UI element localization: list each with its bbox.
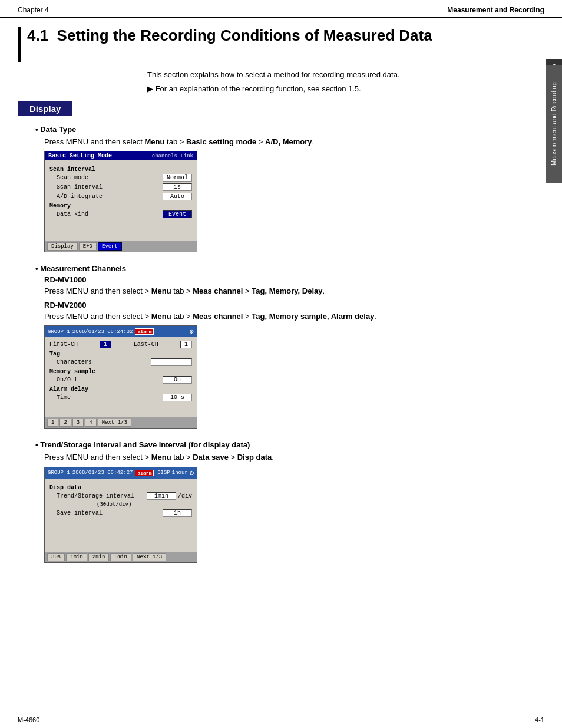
screen-meas-channel: GROUP 1 2008/01/23 06:24:32 alarm ⚙ Firs…	[44, 325, 197, 429]
bullet-trend-interval: Trend/Storage interval and Save interval…	[18, 440, 544, 563]
screen1-btn-display[interactable]: Display	[47, 242, 78, 251]
bullet3-title: Trend/Storage interval and Save interval…	[35, 440, 544, 449]
side-tab-label: Measurement and Recording	[546, 65, 562, 183]
intro-text: This section explains how to select a me…	[18, 69, 544, 95]
screen1-titlebar: Basic Setting Mode channels Link	[45, 151, 197, 160]
screen1-btn-ed[interactable]: E+D	[79, 242, 97, 251]
screen2-btn-next[interactable]: Next 1/3	[98, 419, 131, 427]
screen3-1hour-1: 1hour	[172, 470, 188, 476]
screen3-trend-row: Trend/Storage interval 1min /div	[49, 492, 192, 500]
chapter-label: Chapter 4	[18, 6, 49, 14]
screen3-titlebar: GROUP 1 2008/01/23 06:42:27 alarm DISP 1…	[45, 467, 197, 479]
screen3-btn-2min[interactable]: 2min	[88, 553, 110, 561]
screen1-title-right: channels Link	[152, 153, 193, 159]
footer-left: M-4660	[18, 716, 39, 723]
screen2-date: 2008/01/23 06:24:32	[72, 329, 133, 335]
screen1-btn-event[interactable]: Event	[98, 242, 122, 251]
screen2-tag-section: Tag	[49, 351, 192, 357]
screen3-trend-unit: /div	[178, 493, 192, 499]
screen2-title-left: GROUP 1 2008/01/23 06:24:32 alarm	[48, 328, 154, 335]
screen3-btn-1min[interactable]: 1min	[66, 553, 87, 561]
screen3-gear-icon: ⚙	[190, 469, 194, 477]
screen3-trend-note: (30dot/div)	[49, 502, 192, 508]
page-footer: M-4660 4-1	[0, 711, 562, 728]
screen3-disp: DISP	[157, 470, 170, 476]
screen2-titlebar: GROUP 1 2008/01/23 06:24:32 alarm ⚙	[45, 326, 197, 337]
section-bar	[18, 27, 21, 62]
bullet3-instruction: Press MENU and then select > Menu tab > …	[35, 452, 544, 463]
bullet-meas-channels: Measurement Channels RD-MV1000 Press MEN…	[18, 264, 544, 429]
screen2-chars-row: Characters	[49, 358, 192, 366]
screen1-section2: Memory	[49, 203, 192, 209]
bullet2-instruction1: Press MENU and then select > Menu tab > …	[35, 285, 544, 297]
bullet2-subtitle2: RD-MV2000	[35, 301, 544, 309]
section-title: 4.1 Setting the Recording Conditions of …	[27, 27, 432, 45]
screen2-alarm-badge: alarm	[135, 328, 154, 335]
screen2-ch-row: First-CH 1 Last-CH 1	[49, 341, 192, 348]
screen1-data-kind-row: Data kind Event	[49, 210, 192, 218]
bullet2-instruction2: Press MENU and then select > Menu tab > …	[35, 311, 544, 322]
screen3-body: Disp data Trend/Storage interval 1min /d…	[45, 479, 197, 552]
footer-right: 4-1	[535, 716, 544, 723]
screen1-section1: Scan interval	[49, 166, 192, 173]
chapter-title: Measurement and Recording	[447, 6, 544, 14]
bullet2-subtitle1: RD-MV1000	[35, 275, 544, 284]
main-content: 4.1 Setting the Recording Conditions of …	[0, 18, 562, 711]
screen2-group: GROUP 1	[48, 329, 70, 335]
screen1-scan-mode-row: Scan mode Normal	[49, 174, 192, 182]
section-title-block: 4.1 Setting the Recording Conditions of …	[27, 27, 432, 45]
screen-disp-data: GROUP 1 2008/01/23 06:42:27 alarm DISP 1…	[44, 467, 197, 563]
bullet2-title: Measurement Channels	[35, 264, 544, 273]
screen2-body: First-CH 1 Last-CH 1 Tag Characters Memo…	[45, 337, 197, 417]
screen-basic-setting: Basic Setting Mode channels Link Scan in…	[44, 151, 197, 252]
bullet1-title: Data Type	[35, 125, 544, 134]
section-heading: 4.1 Setting the Recording Conditions of …	[18, 27, 544, 62]
bullet-data-type: Data Type Press MENU and then select Men…	[18, 125, 544, 253]
screen1-footer: Display E+D Event	[45, 241, 197, 252]
screen3-btn-5min[interactable]: 5min	[110, 553, 131, 561]
screen2-btn-1[interactable]: 1	[47, 419, 58, 427]
screen3-trend-values: 1min /div	[147, 492, 192, 500]
screen3-group: GROUP 1	[48, 470, 70, 476]
screen1-scan-interval-row: Scan interval 1s	[49, 183, 192, 191]
screen3-btn-30s[interactable]: 30s	[47, 553, 65, 561]
screen2-onoff-row: On/Off On	[49, 376, 192, 384]
screen2-btn-2[interactable]: 2	[59, 419, 71, 427]
screen3-title-right: DISP 1hour ⚙	[157, 469, 194, 477]
screen2-gear-icon: ⚙	[190, 327, 194, 336]
screen3-alarm-badge: alarm	[135, 470, 154, 476]
screen3-footer: 30s 1min 2min 5min Next 1/3	[45, 552, 197, 562]
screen2-alarmdelay-section: Alarm delay	[49, 386, 192, 393]
page-wrapper: Chapter 4 Measurement and Recording 4 Me…	[0, 0, 562, 728]
screen1-body: Scan interval Scan mode Normal Scan inte…	[45, 160, 197, 241]
screen2-time-row: Time 10 s	[49, 394, 192, 401]
screen3-disp-data-section: Disp data	[49, 485, 192, 491]
screen3-title-left: GROUP 1 2008/01/23 06:42:27 alarm	[48, 470, 154, 476]
screen1-title: Basic Setting Mode	[48, 153, 112, 159]
page-header: Chapter 4 Measurement and Recording	[0, 0, 562, 18]
display-badge: Display	[18, 101, 72, 116]
screen2-memsample-section: Memory sample	[49, 368, 192, 375]
screen2-footer: 1 2 3 4 Next 1/3	[45, 417, 197, 428]
screen3-date: 2008/01/23 06:42:27	[72, 470, 133, 476]
screen2-btn-4[interactable]: 4	[85, 419, 96, 427]
screen3-btn-next[interactable]: Next 1/3	[133, 553, 166, 561]
bullet1-instruction: Press MENU and then select Menu tab > Ba…	[35, 136, 544, 148]
screen3-save-row: Save interval 1h	[49, 509, 192, 517]
screen2-btn-3[interactable]: 3	[72, 419, 84, 427]
screen1-ad-row: A/D integrate Auto	[49, 193, 192, 200]
